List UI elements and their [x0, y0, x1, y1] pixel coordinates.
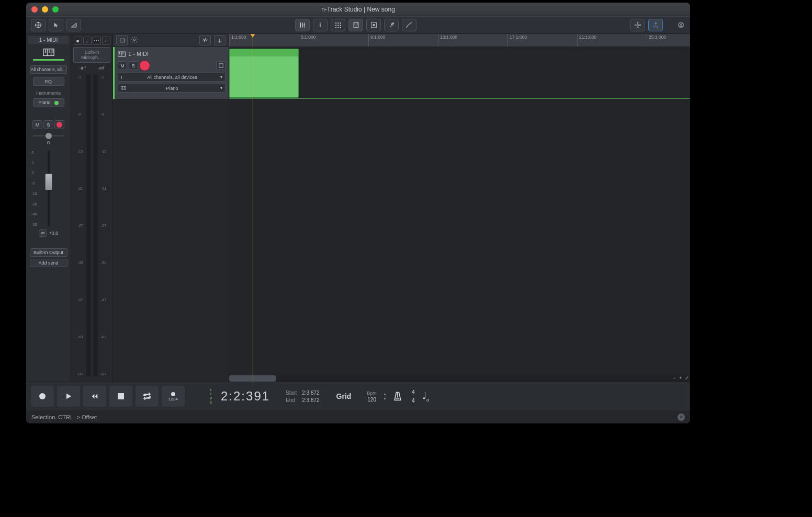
transport-bar: 1234 LIVE 2:2:391 Start 2:3:872 End 2:3:…: [26, 382, 690, 410]
track-settings-button[interactable]: [131, 36, 138, 44]
plugins-button[interactable]: [630, 19, 645, 31]
note-value-button[interactable]: ♩o: [422, 390, 435, 403]
track-view-button[interactable]: [116, 35, 128, 45]
move-tool-button[interactable]: [31, 19, 46, 31]
add-track-button[interactable]: +: [214, 35, 225, 45]
record-arm-button[interactable]: [54, 120, 64, 129]
track-solo-button[interactable]: S: [129, 61, 138, 70]
power-indicator-icon: [54, 101, 59, 105]
play-button[interactable]: [57, 386, 80, 407]
track-name: 1 - MIDI: [128, 51, 149, 57]
mic-input-label[interactable]: Built-in Microph…: [73, 47, 110, 63]
ruler-tick: 9:1:000: [368, 34, 385, 47]
track-mute-button[interactable]: M: [118, 61, 127, 70]
metronome-button[interactable]: [391, 389, 404, 403]
track-lane[interactable]: [229, 47, 690, 99]
meter-strip: ● ≡ ⋯ + Built-in Microph… -inf -inf -3-9…: [71, 34, 113, 382]
playhead-marker-icon: [250, 34, 255, 38]
end-value[interactable]: 2:3:872: [302, 397, 319, 403]
svg-rect-5: [340, 25, 341, 26]
grid-snap-button[interactable]: Grid: [329, 392, 359, 400]
count-in-button[interactable]: 1234: [162, 386, 185, 407]
fade-tool-button[interactable]: [66, 19, 81, 31]
bpm-down-button[interactable]: ▼: [383, 397, 387, 400]
channel-strip: 1 - MIDI All channels, all… EQ Instrumen…: [26, 34, 71, 382]
keyboard-view-button[interactable]: [348, 19, 363, 31]
more-options-button[interactable]: ⋯: [93, 37, 101, 45]
window-title: n-Track Studio | New song: [26, 6, 690, 13]
effects-button[interactable]: [384, 19, 399, 31]
track-input-selector[interactable]: IAll channels, all devices▾: [118, 73, 225, 82]
info-button[interactable]: i: [313, 19, 328, 31]
record-dot-icon: [57, 122, 62, 128]
midi-clip[interactable]: [229, 49, 299, 98]
midi-icon: [42, 47, 55, 58]
start-value[interactable]: 2:3:872: [302, 390, 319, 396]
zoom-fit-button[interactable]: ⤢: [684, 375, 690, 382]
output-selector[interactable]: Built-in Output: [30, 248, 67, 257]
workspace: 1 - MIDI All channels, all… EQ Instrumen…: [26, 34, 690, 382]
volume-fader[interactable]: 630-5-10-20-40-60: [38, 151, 59, 226]
track-record-button[interactable]: [140, 61, 150, 71]
track-header[interactable]: 1 - MIDI M S IAll channels, all devices▾…: [113, 47, 229, 99]
titlebar: n-Track Studio | New song: [26, 3, 690, 16]
track-expand-button[interactable]: [216, 61, 225, 70]
bpm-up-button[interactable]: ▲: [383, 392, 387, 396]
svg-rect-25: [121, 86, 126, 89]
eq-button[interactable]: EQ: [33, 77, 64, 86]
input-selector[interactable]: All channels, all…: [30, 65, 67, 74]
record-input-button[interactable]: ●: [74, 37, 82, 45]
svg-rect-0: [335, 22, 336, 24]
svg-point-15: [635, 25, 636, 26]
settings-button[interactable]: [675, 19, 687, 31]
svg-rect-27: [118, 393, 124, 399]
bpm-value[interactable]: 120: [367, 397, 376, 403]
svg-rect-24: [219, 64, 222, 67]
grid-view-button[interactable]: [331, 19, 345, 31]
mixer-view-button[interactable]: [295, 19, 310, 31]
instruments-label: Instruments: [36, 90, 61, 96]
draw-tool-button[interactable]: [402, 19, 416, 31]
link-button[interactable]: [39, 229, 47, 237]
gain-value: +0.0: [49, 231, 59, 236]
svg-point-13: [637, 22, 638, 23]
svg-point-17: [680, 24, 682, 26]
svg-rect-23: [118, 52, 126, 56]
svg-rect-2: [340, 22, 341, 24]
mute-button[interactable]: M: [32, 120, 42, 129]
automation-button[interactable]: [366, 19, 381, 31]
stop-button[interactable]: [109, 386, 132, 407]
time-signature[interactable]: 4 4: [404, 389, 422, 404]
track-instrument-selector[interactable]: Piano▾: [118, 84, 225, 93]
instrument-selector[interactable]: Piano: [33, 98, 64, 107]
svg-rect-4: [337, 25, 339, 26]
ruler-tick: 5:1:000: [299, 34, 315, 47]
dismiss-status-button[interactable]: ✕: [678, 413, 685, 421]
menu-list-button[interactable]: ≡: [83, 37, 92, 45]
ruler-tick: 1:1:000: [229, 34, 246, 47]
svg-rect-8: [340, 27, 341, 28]
share-button[interactable]: [648, 19, 663, 31]
zoom-controls: − + ⤢: [671, 375, 690, 382]
zoom-out-button[interactable]: −: [671, 375, 678, 382]
svg-point-14: [637, 27, 638, 28]
svg-point-22: [133, 39, 136, 41]
rewind-button[interactable]: [83, 386, 106, 407]
loop-button[interactable]: [136, 386, 159, 407]
waveform-button[interactable]: [199, 35, 211, 45]
playhead[interactable]: [253, 34, 253, 382]
record-button[interactable]: [31, 386, 54, 407]
timeline-ruler[interactable]: 1:1:0005:1:0009:1:00013:1:00017:1:00021:…: [229, 34, 690, 47]
zoom-in-button[interactable]: +: [678, 375, 684, 382]
add-send-button[interactable]: Add send: [30, 259, 67, 267]
horizontal-scrollbar[interactable]: [229, 375, 671, 382]
svg-rect-3: [335, 25, 336, 26]
add-input-button[interactable]: +: [102, 37, 110, 45]
main-toolbar: i: [26, 16, 690, 34]
input-meters: -3-9-15-21-27-35-47-63-87 -3-9-15-21-27-…: [73, 72, 110, 380]
cursor-tool-button[interactable]: [49, 19, 63, 31]
timecode-display[interactable]: 2:2:391: [215, 389, 276, 404]
pan-slider[interactable]: [33, 133, 64, 140]
channel-meter-led: [33, 59, 64, 61]
solo-button[interactable]: S: [43, 120, 53, 129]
